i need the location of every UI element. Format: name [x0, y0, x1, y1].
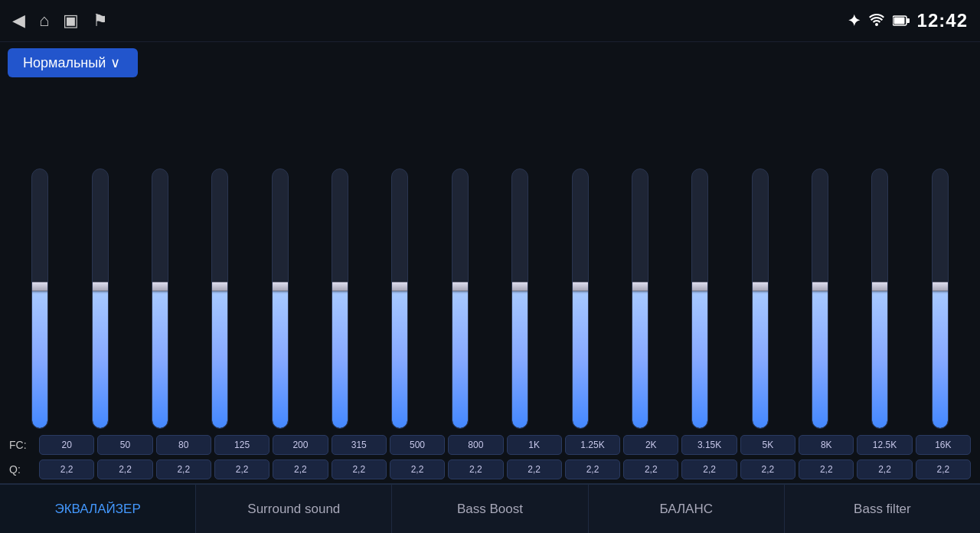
tab-баланс[interactable]: БАЛАНС	[589, 485, 785, 533]
slider-handle-20[interactable]	[31, 282, 48, 291]
slider-12.5K[interactable]	[851, 168, 908, 429]
q-badge-1K[interactable]: 2,2	[507, 459, 562, 479]
slider-500[interactable]	[371, 168, 428, 429]
svg-rect-2	[906, 18, 910, 23]
slider-track-2K	[632, 168, 648, 429]
slider-16K[interactable]	[912, 168, 969, 429]
slider-handle-1K[interactable]	[511, 282, 528, 291]
fc-badge-800[interactable]: 800	[448, 435, 503, 455]
slider-handle-5K[interactable]	[752, 282, 769, 291]
fc-badge-200[interactable]: 200	[273, 435, 328, 455]
tab-bass-boost[interactable]: Bass Boost	[392, 485, 588, 533]
q-badge-80[interactable]: 2,2	[156, 459, 211, 479]
tab-surround-sound[interactable]: Surround sound	[196, 485, 392, 533]
q-badge-16K[interactable]: 2,2	[916, 459, 971, 479]
q-badge-3.15K[interactable]: 2,2	[681, 459, 737, 479]
slider-20[interactable]	[11, 168, 68, 429]
slider-50[interactable]	[71, 168, 128, 429]
slider-track-80	[152, 168, 168, 429]
slider-handle-50[interactable]	[92, 282, 109, 291]
back-icon[interactable]: ◀	[12, 11, 25, 31]
slider-fill-20	[32, 286, 47, 428]
slider-fill-125	[212, 286, 227, 428]
slider-fill-5K	[753, 286, 768, 428]
slider-315[interactable]	[312, 168, 368, 429]
q-badge-200[interactable]: 2,2	[273, 459, 328, 479]
slider-fill-200	[273, 286, 288, 428]
status-indicators: ✦ 12:42	[848, 10, 968, 31]
slider-track-1.25K	[572, 168, 589, 429]
slider-handle-2K[interactable]	[632, 282, 648, 291]
fc-badge-16K[interactable]: 16K	[916, 435, 971, 455]
q-badge-12.5K[interactable]: 2,2	[857, 459, 912, 479]
q-badge-5K[interactable]: 2,2	[740, 459, 795, 479]
slider-handle-80[interactable]	[152, 282, 168, 291]
tab-эквалайзер[interactable]: ЭКВАЛАЙЗЕР	[0, 485, 196, 533]
slider-track-315	[332, 168, 348, 429]
q-badge-1.25K[interactable]: 2,2	[565, 459, 620, 479]
slider-handle-125[interactable]	[211, 282, 228, 291]
fc-badge-50[interactable]: 50	[97, 435, 152, 455]
fc-badge-315[interactable]: 315	[332, 435, 387, 455]
status-bar: ◀ ⌂ ▣ ⚑ ✦ 12:42	[0, 0, 980, 42]
slider-5K[interactable]	[732, 168, 789, 429]
slider-handle-500[interactable]	[391, 282, 408, 291]
tab-bass-filter[interactable]: Bass filter	[785, 485, 980, 533]
fc-badge-20[interactable]: 20	[39, 435, 94, 455]
slider-3.15K[interactable]	[671, 168, 728, 429]
slider-track-20	[31, 168, 48, 429]
q-badge-315[interactable]: 2,2	[332, 459, 387, 479]
fc-badge-125[interactable]: 125	[214, 435, 270, 455]
slider-2K[interactable]	[612, 168, 668, 429]
fc-badge-2K[interactable]: 2K	[623, 435, 678, 455]
fc-badge-1K[interactable]: 1K	[507, 435, 562, 455]
home-icon[interactable]: ⌂	[39, 11, 49, 31]
square-icon[interactable]: ▣	[63, 11, 79, 31]
fc-badge-1.25K[interactable]: 1.25K	[565, 435, 620, 455]
flag-icon[interactable]: ⚑	[93, 11, 108, 31]
q-badge-800[interactable]: 2,2	[448, 459, 503, 479]
slider-handle-3.15K[interactable]	[691, 282, 708, 291]
q-row: Q: 2,22,22,22,22,22,22,22,22,22,22,22,22…	[8, 459, 972, 479]
fc-badge-500[interactable]: 500	[390, 435, 445, 455]
slider-80[interactable]	[132, 168, 188, 429]
fc-badge-8K[interactable]: 8K	[799, 435, 854, 455]
slider-track-125	[211, 168, 228, 429]
slider-125[interactable]	[191, 168, 248, 429]
slider-handle-315[interactable]	[332, 282, 348, 291]
slider-1K[interactable]	[492, 168, 548, 429]
slider-handle-800[interactable]	[452, 282, 469, 291]
slider-800[interactable]	[432, 168, 488, 429]
q-badge-500[interactable]: 2,2	[390, 459, 445, 479]
fc-badge-80[interactable]: 80	[156, 435, 211, 455]
slider-8K[interactable]	[792, 168, 848, 429]
preset-dropdown[interactable]: Нормальный ∨	[8, 48, 138, 77]
slider-handle-16K[interactable]	[932, 282, 949, 291]
slider-handle-12.5K[interactable]	[871, 282, 888, 291]
q-label: Q:	[9, 463, 36, 476]
slider-handle-200[interactable]	[272, 282, 289, 291]
slider-track-5K	[752, 168, 769, 429]
preset-arrow: ∨	[110, 54, 120, 71]
q-badge-20[interactable]: 2,2	[39, 459, 94, 479]
battery-icon	[893, 12, 910, 30]
slider-handle-8K[interactable]	[812, 282, 828, 291]
q-badge-8K[interactable]: 2,2	[799, 459, 854, 479]
slider-200[interactable]	[252, 168, 309, 429]
bluetooth-icon: ✦	[848, 11, 861, 30]
slider-handle-1.25K[interactable]	[572, 282, 589, 291]
slider-track-1K	[511, 168, 528, 429]
slider-track-500	[391, 168, 408, 429]
fc-row: FC: 2050801252003155008001K1.25K2K3.15K5…	[8, 435, 972, 455]
slider-track-50	[92, 168, 109, 429]
main-content: Нормальный ∨ FC: 2050801252003155008001K…	[0, 42, 980, 483]
fc-badge-5K[interactable]: 5K	[740, 435, 795, 455]
q-badge-2K[interactable]: 2,2	[623, 459, 678, 479]
slider-fill-315	[332, 286, 348, 428]
q-badge-125[interactable]: 2,2	[214, 459, 270, 479]
fc-badge-3.15K[interactable]: 3.15K	[681, 435, 737, 455]
fc-badge-12.5K[interactable]: 12.5K	[857, 435, 912, 455]
slider-1.25K[interactable]	[551, 168, 608, 429]
q-badge-50[interactable]: 2,2	[97, 459, 152, 479]
q-values: 2,22,22,22,22,22,22,22,22,22,22,22,22,22…	[39, 459, 971, 479]
